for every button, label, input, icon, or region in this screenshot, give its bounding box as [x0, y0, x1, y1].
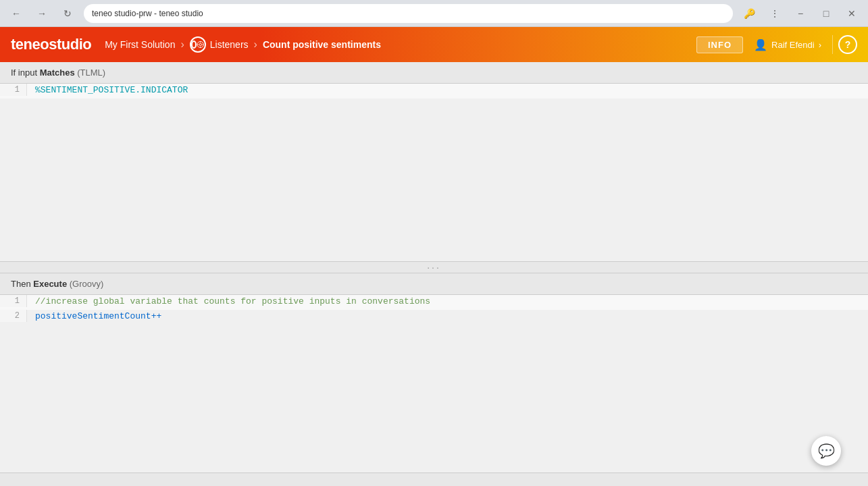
top-code-area[interactable]: 1 %SENTIMENT_POSITIVE.INDICATOR: [0, 84, 868, 261]
top-prefix: If input: [11, 68, 40, 78]
minimize-button[interactable]: −: [791, 4, 810, 23]
header-divider: [832, 35, 833, 54]
close-button[interactable]: ✕: [842, 4, 861, 23]
bottom-keyword: Execute: [33, 279, 67, 289]
breadcrumb-solution[interactable]: My First Solution: [105, 39, 175, 50]
logo-light: teneo: [11, 36, 49, 53]
user-chevron: ›: [819, 40, 821, 50]
bottom-prefix: Then: [11, 279, 33, 289]
chat-button[interactable]: 💬: [811, 436, 841, 466]
logo: teneostudio: [11, 36, 91, 53]
line-number-1: 1: [0, 84, 27, 96]
breadcrumb-listeners[interactable]: Listeners: [190, 36, 249, 53]
user-area[interactable]: 👤 Raif Efendi ›: [748, 36, 827, 54]
line-content-b2: positiveSentimentCount++: [27, 310, 161, 323]
splitter-dots: ···: [427, 262, 441, 273]
help-button[interactable]: ?: [838, 35, 857, 54]
breadcrumb-current: Count positive sentiments: [263, 39, 381, 50]
svg-point-1: [199, 43, 201, 45]
forward-button[interactable]: →: [32, 4, 51, 23]
refresh-button[interactable]: ↻: [58, 4, 77, 23]
code-line-b2: 2 positiveSentimentCount++: [0, 310, 868, 325]
bottom-panel-header: Then Execute (Groovy): [0, 273, 868, 295]
address-bar[interactable]: teneo studio-prw - teneo studio: [84, 4, 733, 23]
code-line-1: 1 %SENTIMENT_POSITIVE.INDICATOR: [0, 84, 868, 99]
bottom-panel: Then Execute (Groovy) 1 //increase globa…: [0, 273, 868, 473]
line-content-1: %SENTIMENT_POSITIVE.INDICATOR: [27, 84, 188, 97]
info-button[interactable]: INFO: [696, 36, 743, 53]
header-right: INFO 👤 Raif Efendi › ?: [696, 35, 857, 54]
bottom-bar: [0, 473, 868, 486]
more-menu-button[interactable]: ⋮: [765, 4, 784, 23]
address-text: teneo studio-prw - teneo studio: [92, 9, 203, 18]
top-panel-header: If input Matches (TLML): [0, 62, 868, 84]
line-content-b1: //increase global variable that counts f…: [27, 295, 430, 308]
breadcrumb-sep-2: ›: [254, 38, 257, 51]
top-suffix: (TLML): [75, 68, 106, 78]
breadcrumb-sep-1: ›: [180, 38, 184, 51]
panel-splitter[interactable]: ···: [0, 261, 868, 273]
main-content: If input Matches (TLML) 1 %SENTIMENT_POS…: [0, 62, 868, 473]
user-name: Raif Efendi: [771, 40, 815, 50]
key-icon[interactable]: 🔑: [740, 4, 759, 23]
browser-chrome: ← → ↻ teneo studio-prw - teneo studio 🔑 …: [0, 0, 868, 27]
code-line-b1: 1 //increase global variable that counts…: [0, 295, 868, 310]
bottom-code-area[interactable]: 1 //increase global variable that counts…: [0, 295, 868, 473]
logo-bold: studio: [49, 36, 91, 53]
line-number-b1: 1: [0, 295, 27, 307]
user-icon: 👤: [754, 38, 767, 51]
breadcrumb-listeners-label: Listeners: [210, 39, 249, 50]
restore-button[interactable]: □: [817, 4, 836, 23]
bottom-suffix: (Groovy): [67, 279, 103, 289]
app-header: teneostudio My First Solution › Listener…: [0, 27, 868, 62]
back-button[interactable]: ←: [7, 4, 26, 23]
line-number-b2: 2: [0, 310, 27, 322]
top-panel: If input Matches (TLML) 1 %SENTIMENT_POS…: [0, 62, 868, 261]
listeners-icon: [190, 36, 206, 53]
breadcrumb: My First Solution › Listeners › Count po…: [105, 36, 696, 53]
top-keyword: Matches: [40, 68, 75, 78]
logo-text: teneostudio: [11, 36, 91, 53]
